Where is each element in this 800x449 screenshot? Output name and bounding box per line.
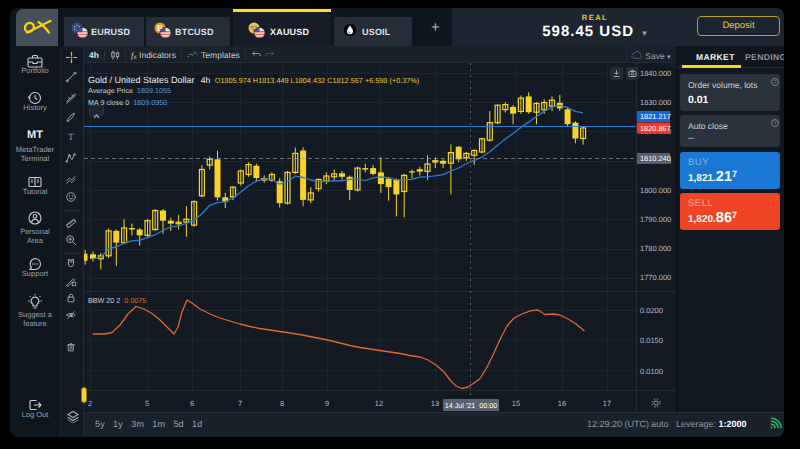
svg-text:5: 5 (145, 399, 149, 408)
svg-text:14 Jul '21 00:00: 14 Jul '21 00:00 (445, 401, 498, 410)
svg-text:0.0150: 0.0150 (640, 336, 663, 345)
svg-text:1840.000: 1840.000 (640, 69, 671, 78)
svg-text:8: 8 (280, 399, 284, 408)
svg-text:13: 13 (431, 399, 439, 408)
svg-text:17: 17 (603, 399, 611, 408)
svg-text:0.0200: 0.0200 (640, 306, 663, 315)
svg-text:12: 12 (375, 399, 383, 408)
svg-text:0.0100: 0.0100 (640, 367, 663, 376)
svg-text:1790.000: 1790.000 (640, 215, 671, 224)
svg-text:1820.867: 1820.867 (640, 124, 671, 133)
svg-text:15: 15 (512, 399, 520, 408)
svg-text:7: 7 (238, 399, 242, 408)
svg-text:1780.000: 1780.000 (640, 244, 671, 253)
svg-text:1800.000: 1800.000 (640, 186, 671, 195)
svg-text:16: 16 (558, 399, 566, 408)
svg-text:1810.240: 1810.240 (640, 154, 671, 163)
svg-text:1830.000: 1830.000 (640, 98, 671, 107)
svg-text:6: 6 (190, 399, 194, 408)
svg-text:T: T (68, 133, 74, 143)
svg-text:1770.000: 1770.000 (640, 273, 671, 282)
svg-text:2: 2 (88, 399, 92, 408)
svg-text:9: 9 (325, 399, 329, 408)
svg-text:1821.217: 1821.217 (640, 112, 671, 121)
